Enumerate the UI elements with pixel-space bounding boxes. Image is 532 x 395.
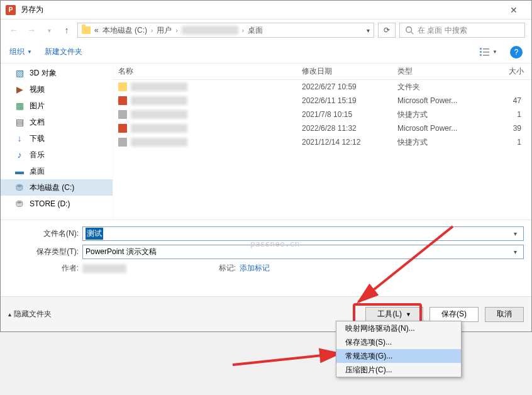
crumb-user[interactable] — [182, 26, 238, 35]
menu-item[interactable]: 保存选项(S)... — [336, 335, 461, 349]
dropdown-icon[interactable]: ▾ — [509, 248, 521, 255]
tools-button[interactable]: 工具(L)▼ — [365, 307, 423, 322]
file-date: 2021/12/14 12:12 — [302, 138, 397, 147]
documents-icon: ▤ — [14, 117, 25, 127]
col-date[interactable]: 修改日期 — [302, 66, 397, 77]
file-name — [131, 110, 187, 119]
file-row[interactable]: 2022/6/28 11:32Microsoft Power...39 — [113, 121, 531, 135]
view-mode-button[interactable]: ▼ — [480, 48, 497, 57]
sidebar-item-pictures[interactable]: ▦图片 — [1, 97, 113, 114]
add-tags-link[interactable]: 添加标记 — [240, 263, 270, 274]
recent-dropdown[interactable]: ▾ — [42, 23, 56, 37]
file-icon — [118, 82, 127, 91]
toolbar: 组织▼ 新建文件夹 ▼ ? — [1, 41, 531, 64]
crumb-desktop[interactable]: 桌面 — [248, 25, 263, 36]
annotation-arrow — [226, 340, 352, 371]
filename-input[interactable]: 测试 ▾ — [82, 226, 524, 241]
file-header: 名称 修改日期 类型 大小 — [113, 64, 531, 80]
form-area: 文件名(N): 测试 ▾ 保存类型(T): PowerPoint 演示文稿 ▾ … — [1, 220, 531, 276]
forward-button[interactable]: → — [25, 23, 38, 37]
sidebar-item-3d[interactable]: ▧3D 对象 — [1, 65, 113, 81]
search-icon — [405, 26, 414, 35]
crumb-prefix[interactable]: « — [94, 26, 99, 35]
hide-folders-button[interactable]: ▴隐藏文件夹 — [8, 309, 52, 320]
help-button[interactable]: ? — [510, 46, 523, 58]
file-row[interactable]: 2022/6/27 10:59文件夹 — [113, 80, 531, 94]
file-date: 2022/6/28 11:32 — [302, 124, 397, 133]
savetype-combo[interactable]: PowerPoint 演示文稿 ▾ — [82, 245, 524, 259]
file-name — [131, 96, 187, 105]
file-icon — [118, 124, 127, 133]
sidebar-item-music[interactable]: ♪音乐 — [1, 147, 113, 163]
col-size[interactable]: 大小 — [485, 66, 531, 77]
svg-rect-3 — [480, 51, 482, 53]
author-label: 作者: — [8, 263, 82, 274]
drive-icon: ⛃ — [14, 199, 25, 209]
col-type[interactable]: 类型 — [397, 66, 485, 77]
address-dropdown[interactable]: ▾ — [367, 27, 370, 34]
sidebar: ▧3D 对象 ▶视频 ▦图片 ▤文档 ↓下载 ♪音乐 ▬桌面 ⛃本地磁盘 (C:… — [1, 64, 113, 220]
file-size: 1 — [485, 110, 531, 119]
up-button[interactable]: ↑ — [60, 23, 74, 37]
menu-item[interactable]: 映射网络驱动器(N)... — [336, 321, 461, 335]
svg-rect-2 — [480, 48, 482, 50]
file-date: 2021/7/8 10:15 — [302, 110, 397, 119]
tools-menu: 映射网络驱动器(N)...保存选项(S)...常规选项(G)...压缩图片(C)… — [336, 321, 462, 377]
menu-item[interactable]: 常规选项(G)... — [336, 349, 461, 363]
col-name[interactable]: 名称 — [113, 66, 302, 77]
sidebar-item-video[interactable]: ▶视频 — [1, 81, 113, 97]
file-name — [131, 138, 187, 147]
dropdown-icon[interactable]: ▾ — [509, 230, 521, 237]
sidebar-item-cdrive[interactable]: ⛃本地磁盘 (C:) — [1, 179, 113, 196]
body-area: ▧3D 对象 ▶视频 ▦图片 ▤文档 ↓下载 ♪音乐 ▬桌面 ⛃本地磁盘 (C:… — [1, 64, 531, 220]
file-row[interactable]: 2021/7/8 10:15快捷方式1 — [113, 108, 531, 121]
svg-rect-7 — [483, 55, 489, 56]
crumb-users[interactable]: 用户 — [157, 25, 172, 36]
organize-button[interactable]: 组织▼ — [9, 47, 32, 57]
refresh-button[interactable]: ⟳ — [378, 23, 396, 38]
sidebar-item-documents[interactable]: ▤文档 — [1, 114, 113, 130]
file-name — [131, 82, 187, 91]
filename-label: 文件名(N): — [8, 228, 82, 239]
svg-point-0 — [406, 27, 412, 33]
file-list: 2022/6/27 10:59文件夹2022/6/11 15:19Microso… — [113, 80, 531, 220]
drive-icon: ⛃ — [14, 182, 25, 192]
savetype-label: 保存类型(T): — [8, 247, 82, 257]
search-input[interactable]: 在 桌面 中搜索 — [399, 23, 525, 38]
downloads-icon: ↓ — [14, 133, 25, 143]
new-folder-button[interactable]: 新建文件夹 — [45, 47, 82, 57]
file-area: 名称 修改日期 类型 大小 2022/6/27 10:59文件夹2022/6/1… — [113, 64, 531, 220]
sidebar-item-ddrive[interactable]: ⛃STORE (D:) — [1, 196, 113, 212]
chevron-right-icon: › — [151, 27, 153, 34]
crumb-cdrive[interactable]: 本地磁盘 (C:) — [103, 25, 147, 36]
file-type: 快捷方式 — [397, 137, 485, 148]
chevron-right-icon: › — [242, 27, 244, 34]
file-size: 1 — [485, 138, 531, 147]
file-row[interactable]: 2021/12/14 12:12快捷方式1 — [113, 135, 531, 149]
search-placeholder: 在 桌面 中搜索 — [418, 25, 467, 36]
file-icon — [118, 110, 127, 119]
video-icon: ▶ — [14, 84, 25, 94]
author-value[interactable] — [82, 264, 126, 273]
folder-icon — [82, 26, 91, 34]
file-size: 39 — [485, 124, 531, 133]
close-button[interactable]: ✕ — [501, 5, 526, 15]
file-row[interactable]: 2022/6/11 15:19Microsoft Power...47 — [113, 94, 531, 108]
sidebar-item-desktop[interactable]: ▬桌面 — [1, 163, 113, 179]
address-bar[interactable]: « 本地磁盘 (C:) › 用户 › › 桌面 ▾ — [77, 23, 374, 38]
cancel-button[interactable]: 取消 — [485, 307, 524, 322]
file-size: 47 — [485, 96, 531, 105]
file-date: 2022/6/11 15:19 — [302, 96, 397, 105]
sidebar-item-downloads[interactable]: ↓下载 — [1, 130, 113, 147]
svg-rect-6 — [483, 52, 489, 53]
save-button[interactable]: 保存(S) — [429, 307, 479, 322]
menu-item[interactable]: 压缩图片(C)... — [336, 363, 461, 377]
back-button[interactable]: ← — [7, 23, 21, 37]
powerpoint-icon: P — [6, 5, 16, 15]
chevron-right-icon: › — [175, 27, 177, 34]
file-type: Microsoft Power... — [397, 96, 485, 105]
file-icon — [118, 96, 127, 105]
save-as-dialog: P 另存为 ✕ ← → ▾ ↑ « 本地磁盘 (C:) › 用户 › › 桌面 … — [0, 0, 532, 332]
filename-value: 测试 — [86, 228, 103, 240]
file-type: 文件夹 — [397, 82, 485, 92]
